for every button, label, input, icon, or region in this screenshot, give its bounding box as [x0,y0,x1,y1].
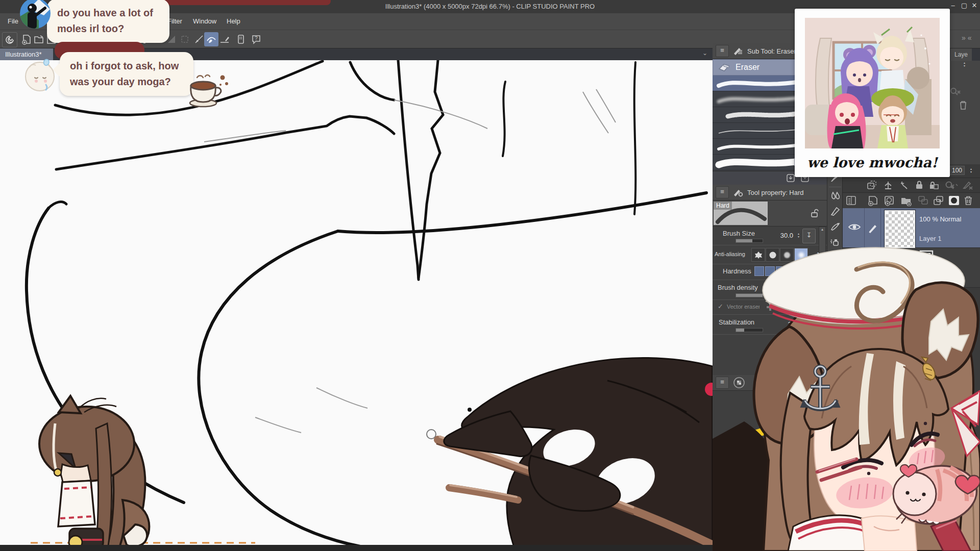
clip-studio-paint-window: Illustration3* (4000 x 5000px 72dpi 66.7… [0,0,980,551]
marquee-icon-disabled [178,32,192,46]
layer-visibility-eye-icon[interactable] [848,222,861,232]
webcam-polaroid-overlay: we love mwocha! [795,9,950,177]
chat-avatar-1 [18,0,52,30]
minimize-button[interactable]: – [947,2,959,9]
clip-to-layer-icon[interactable] [866,180,877,190]
menu-filter[interactable]: Filter [167,17,182,25]
curve-pen-tool-icon[interactable] [829,221,841,232]
import-subtool-icon[interactable] [786,173,795,183]
unlock-icon[interactable] [811,209,819,218]
chat-bubble-1: do you have a lot of moles irl too? [47,0,169,43]
new-folder-icon[interactable] [900,195,913,206]
brush-curve-icon-selected[interactable] [204,32,218,46]
brush-size-spinner[interactable]: ▴▾ [798,232,799,238]
trash-layer-icon[interactable] [962,195,975,206]
brush-preview-label: Hard [714,202,732,210]
transfer-layer-icon[interactable] [933,195,945,206]
panel-spinner[interactable]: ▴▾ [964,61,965,67]
new-raster-layer-icon[interactable] [867,195,879,206]
subtool-group-label: Eraser [736,63,760,72]
svg-text:?: ? [255,36,258,41]
chat-message-2: oh i forgot to ask, how was your day mog… [70,60,179,87]
eraser-cursor-circle [427,430,436,439]
webcam-caption: we love mwocha! [795,155,950,170]
menu-window[interactable]: Window [193,17,216,25]
water-drop-icon [44,59,49,65]
chat-bubble-2: oh i forgot to ask, how was your day mog… [60,52,193,96]
lock-transparent-pixels-icon[interactable] [928,180,940,191]
layer-mask-icon[interactable] [948,195,960,206]
collapse-panel-icons[interactable]: » « [962,34,971,42]
tool-property-menu-icon[interactable]: ≡ [716,186,729,198]
tool-property-header-title: Tool property: Hard [747,189,804,196]
blend-tool-icon[interactable] [829,190,841,202]
close-button[interactable]: ✕ [969,2,980,9]
vtuber-character-overlay [713,240,980,551]
brush-size-value[interactable]: 30.0 [780,232,793,239]
tab-overflow-chevron-icon[interactable]: ⌄ [702,49,707,57]
new-vector-layer-icon[interactable] [884,195,896,206]
webcam-photo [805,18,940,148]
help-icon[interactable]: ? [249,32,263,46]
canvas-bottom-strip [0,545,713,551]
subtool-pen-icon [733,46,743,56]
chibi-mascot [31,393,163,551]
pen-nib-tool-icon[interactable] [829,206,841,217]
chat-message-1: do you have a lot of moles irl too? [57,7,153,34]
mask-disabled-icon [945,180,958,190]
menu-help[interactable]: Help [227,17,240,25]
brush-preview: Hard [714,202,768,225]
hand-reference-image [437,358,713,551]
tablet-companion-icon[interactable] [234,32,248,46]
layer-palette-tab-fragment[interactable]: Laye [950,48,972,61]
subtool-menu-icon[interactable]: ≡ [716,45,729,57]
layer-opacity-spinner[interactable]: ▴▾ [970,167,972,173]
pen-line-icon[interactable] [217,32,232,46]
chat-avatar-2 [23,58,56,92]
merge-down-icon-disabled [917,195,929,206]
subtool-header-title: Sub Tool: Eraser [747,47,796,55]
trash-icon-top[interactable] [959,100,968,112]
drawing-canvas[interactable] [0,60,713,551]
draft-layer-icon[interactable] [899,180,910,190]
reference-layer-icon[interactable] [883,180,894,190]
eraser-icon [717,62,730,73]
tool-property-pen-gear-icon [733,188,743,197]
editing-pencil-icon [867,222,878,234]
layer-list-icon[interactable] [846,195,857,206]
lock-layer-icon[interactable] [914,180,924,191]
coffee-cup-sticker [185,71,229,109]
menu-file[interactable]: File [8,17,18,25]
ruler-disabled-icon [962,180,975,190]
clip-studio-logo-icon[interactable] [2,32,17,47]
maximize-button[interactable]: ▢ [959,2,970,9]
layer-blend-mode[interactable]: 100 % Normal [919,215,961,223]
zoom-x-icon-disabled [949,87,963,98]
